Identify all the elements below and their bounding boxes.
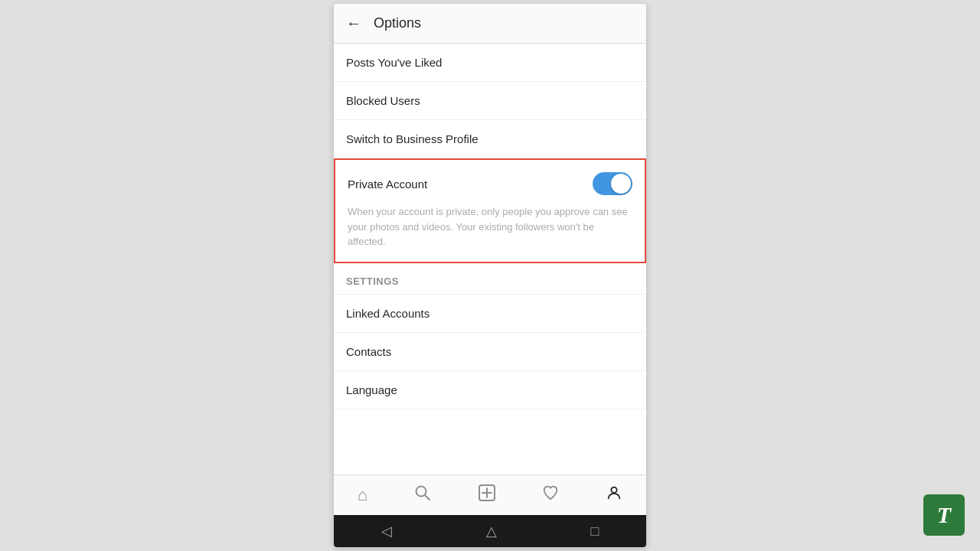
svg-point-5 — [612, 487, 617, 493]
android-nav: ◁ △ □ — [334, 515, 646, 547]
linked-accounts-label: Linked Accounts — [346, 307, 430, 320]
logo-badge: T — [923, 494, 965, 536]
logo-letter: T — [937, 502, 951, 528]
bottom-nav: ⌂ — [334, 474, 646, 515]
settings-section-header: SETTINGS — [334, 263, 646, 295]
linked-accounts-item[interactable]: Linked Accounts — [334, 295, 646, 333]
settings-label: SETTINGS — [346, 276, 399, 287]
nav-profile-icon[interactable] — [596, 481, 632, 509]
nav-home-icon[interactable]: ⌂ — [348, 482, 377, 508]
private-account-section: Private Account When your account is pri… — [334, 158, 646, 263]
android-home-button[interactable]: △ — [486, 523, 497, 540]
svg-point-0 — [416, 487, 426, 497]
private-account-description: When your account is private, only peopl… — [335, 204, 645, 262]
contacts-item[interactable]: Contacts — [334, 333, 646, 371]
business-profile-label: Switch to Business Profile — [346, 132, 479, 145]
phone-container: ← Options Posts You've Liked Blocked Use… — [334, 4, 646, 547]
android-recents-button[interactable]: □ — [591, 523, 599, 540]
blocked-users-item[interactable]: Blocked Users — [334, 82, 646, 120]
toggle-knob — [611, 174, 631, 194]
back-button[interactable]: ← — [346, 15, 361, 32]
posts-liked-item[interactable]: Posts You've Liked — [334, 44, 646, 82]
business-profile-item[interactable]: Switch to Business Profile — [334, 120, 646, 158]
page-title: Options — [374, 15, 421, 31]
content-area: Posts You've Liked Blocked Users Switch … — [334, 44, 646, 474]
header: ← Options — [334, 4, 646, 44]
contacts-label: Contacts — [346, 345, 391, 358]
private-account-label: Private Account — [348, 178, 427, 191]
language-label: Language — [346, 383, 397, 396]
android-back-button[interactable]: ◁ — [381, 523, 392, 540]
posts-liked-label: Posts You've Liked — [346, 56, 442, 69]
svg-line-1 — [426, 496, 430, 500]
nav-search-icon[interactable] — [405, 481, 440, 509]
nav-add-icon[interactable] — [469, 481, 505, 509]
private-account-row: Private Account — [335, 160, 645, 204]
language-item[interactable]: Language — [334, 371, 646, 409]
private-account-toggle[interactable] — [593, 172, 632, 195]
nav-heart-icon[interactable] — [533, 481, 568, 509]
blocked-users-label: Blocked Users — [346, 94, 420, 107]
